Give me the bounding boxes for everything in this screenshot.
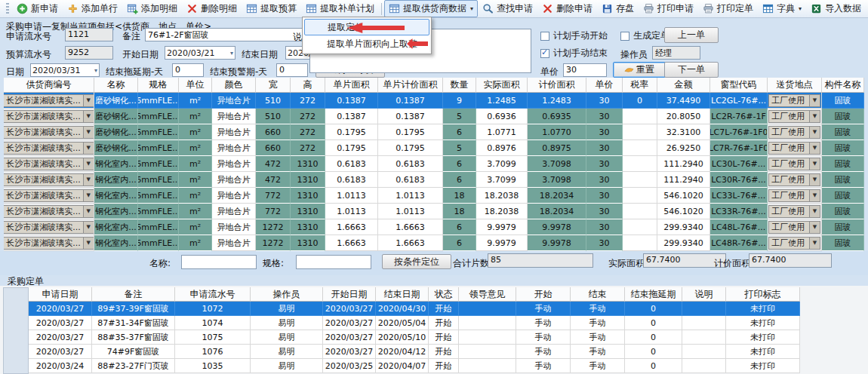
table-row[interactable]: 2020/03/2787#31-34F窗固玻1074易明2020/03/2720… (29, 316, 800, 330)
column-header[interactable]: 单价 (586, 78, 623, 93)
column-header[interactable]: 打印标志 (726, 287, 800, 302)
column-header[interactable]: 单片面积 (325, 78, 378, 93)
column-header[interactable]: 开始日期 (323, 287, 376, 302)
delivery-location-combo[interactable]: 工厂使用▼ (768, 237, 820, 250)
delivery-location-combo[interactable]: 工厂使用▼ (768, 221, 820, 234)
print-order-button[interactable]: 打印定单 (698, 0, 758, 17)
dictionary-button[interactable]: 字典▾ (758, 0, 806, 17)
serial-field[interactable]: 1121 (65, 28, 113, 41)
new-request-button[interactable]: 新申请 (12, 0, 63, 17)
manual-end-checkbox[interactable]: 计划手动结束 (540, 47, 608, 60)
start-date-select[interactable]: 2020/03/21 ▾ (165, 46, 235, 60)
delay-field[interactable]: 0 (172, 63, 204, 77)
delete-detail-button[interactable]: 删除明细 (182, 0, 242, 17)
column-header[interactable]: 规格 (138, 78, 179, 93)
table-row[interactable]: 长沙市潇湘玻璃实...▼磨砂钢化...6mmFLE...m²异地合片660272… (4, 124, 864, 140)
column-header[interactable]: 申请日期 (29, 287, 92, 302)
extract-budget-button[interactable]: 提取预算 (242, 0, 301, 17)
filter-name-input[interactable] (181, 255, 257, 269)
column-header[interactable]: 送货地点 (768, 78, 822, 93)
column-header[interactable]: 说明 (682, 287, 726, 302)
delivery-location-combo[interactable]: 工厂使用▼ (768, 173, 820, 186)
supplier-combo[interactable]: 长沙市潇湘玻璃实...▼ (4, 205, 94, 218)
cell: 5 (443, 140, 476, 156)
locate-by-condition-button[interactable]: 按条件定位 (382, 254, 451, 269)
save-button[interactable]: 存盘 (597, 0, 639, 17)
add-single-row-button[interactable]: 添加单行 (63, 0, 122, 17)
table-row[interactable]: 2020/03/2774#9F窗固玻1076易明2020/03/272020/0… (29, 345, 800, 359)
supplier-combo[interactable]: 长沙市潇湘玻璃实...▼ (4, 237, 94, 250)
extract-supplement-plan-button[interactable]: 提取补单计划 (301, 0, 379, 17)
extract-supplier-data-button[interactable]: 提取供货商数据▾ (384, 0, 478, 17)
reset-button[interactable]: 重置 (613, 62, 666, 78)
column-header[interactable]: 计价面积 (528, 78, 586, 93)
generate-order-checkbox[interactable]: 生成定单 (620, 29, 669, 42)
table-row[interactable]: 长沙市潇湘玻璃实...▼钢化室内...6mmFLE...m²异地合片472131… (4, 156, 864, 172)
next-order-button[interactable]: 下一单 (664, 62, 719, 78)
search-request-button[interactable]: 查找申请 (478, 0, 537, 17)
column-header[interactable]: 窗型代码 (710, 78, 768, 93)
delivery-location-combo[interactable]: 工厂使用▼ (768, 158, 820, 170)
operator-field[interactable]: 经理 (652, 46, 700, 60)
table-row[interactable]: 2020/03/2789#37-39F窗固玻1072易明2020/03/2720… (29, 302, 800, 316)
budget-field[interactable]: 9252 (65, 46, 113, 60)
column-header[interactable]: 名称 (94, 78, 138, 93)
column-header[interactable]: 结束拖延期 (625, 287, 682, 302)
column-header[interactable]: 实际面积 (476, 78, 528, 93)
supplier-combo[interactable]: 长沙市潇湘玻璃实...▼ (4, 221, 94, 234)
column-header[interactable]: 结束 (571, 287, 625, 302)
supplier-combo[interactable]: 长沙市潇湘玻璃实...▼ (4, 158, 94, 170)
supplier-combo[interactable]: 长沙市潇湘玻璃实...▼ (4, 126, 94, 139)
column-header[interactable]: 供货商编号 (4, 78, 94, 93)
unit-price-field[interactable]: 30 (563, 63, 607, 77)
add-detail-button[interactable]: 添加明细 (122, 0, 182, 17)
column-header[interactable]: 申请流水号 (175, 287, 251, 302)
delivery-location-combo[interactable]: 工厂使用▼ (768, 110, 820, 123)
delivery-location-combo[interactable]: 工厂使用▼ (768, 142, 820, 155)
table-row[interactable]: 长沙市潇湘玻璃实...▼钢化室内...6mmFLE...m²异地合片127213… (4, 235, 864, 251)
column-header[interactable]: 数量 (443, 78, 476, 93)
delete-request-button[interactable]: 删除申请 (537, 0, 597, 17)
delivery-location-combo[interactable]: 工厂使用▼ (768, 189, 820, 202)
column-header[interactable]: 操作员 (251, 287, 323, 302)
column-header[interactable]: 备注 (92, 287, 175, 302)
table-row[interactable]: 长沙市潇湘玻璃实...▼磨砂钢化...6mmFLE...m²异地合片660272… (4, 140, 864, 156)
column-header[interactable]: 状态 (429, 287, 459, 302)
print-request-button[interactable]: 打印申请 (639, 0, 698, 17)
column-header[interactable]: 税率 (623, 78, 657, 93)
supplier-combo[interactable]: 长沙市潇湘玻璃实...▼ (4, 173, 94, 186)
table-row[interactable]: 长沙市潇湘玻璃实...▼钢化室内...6mmFLE...m²异地合片772131… (4, 188, 864, 204)
column-header[interactable]: 开始 (516, 287, 571, 302)
date-select[interactable]: 2020/03/31 ▾ (30, 63, 100, 77)
column-header[interactable]: 单位 (179, 78, 212, 93)
table-row[interactable]: 长沙市潇湘玻璃实...▼钢化室内...6mmFLE...m²异地合片472131… (4, 172, 864, 188)
column-header[interactable]: 宽 (256, 78, 291, 93)
table-row[interactable]: 2020/03/2488#23-27F门页玻1035易明2020/03/2520… (29, 359, 800, 373)
column-header[interactable]: 颜色 (212, 78, 256, 93)
supplier-combo[interactable]: 长沙市潇湘玻璃实...▼ (4, 189, 94, 202)
column-header[interactable]: 高 (291, 78, 325, 93)
filter-spec-input[interactable] (296, 255, 371, 269)
column-header[interactable]: 结束日期 (376, 287, 429, 302)
delivery-location-combo[interactable]: 工厂使用▼ (768, 94, 820, 107)
delivery-location-combo[interactable]: 工厂使用▼ (768, 205, 820, 218)
table-row[interactable]: 长沙市潇湘玻璃实...▼钢化室内...6mmFLE...m²异地合片772131… (4, 204, 864, 219)
manual-start-checkbox[interactable]: 计划手动开始 (540, 29, 608, 42)
table-row[interactable]: 长沙市潇湘玻璃实...▼钢化室内...6mmFLE...m²异地合片127213… (4, 219, 864, 235)
delivery-location-combo[interactable]: 工厂使用▼ (768, 126, 820, 139)
table-row[interactable]: 长沙市潇湘玻璃实...▼磨砂钢化...6mmFLE...m²异地合片510272… (4, 109, 864, 124)
warn-field[interactable]: 0 (276, 63, 308, 77)
column-header[interactable]: 构件名称 (822, 78, 864, 93)
table-row[interactable]: 长沙市潇湘玻璃实...▼磨砂钢化...6mmFLE...m²异地合片510272… (4, 93, 864, 109)
supplier-combo[interactable]: 长沙市潇湘玻璃实...▼ (4, 94, 94, 107)
column-header[interactable]: 领导意见 (459, 287, 516, 302)
previous-order-button[interactable]: 上一单 (664, 27, 719, 43)
table-row[interactable]: 2020/03/2788#35-37F窗固玻1075易明2020/03/2720… (29, 330, 800, 345)
import-data-button[interactable]: 导入数据 (806, 0, 866, 17)
supplier-combo[interactable]: 长沙市潇湘玻璃实...▼ (4, 110, 94, 123)
column-header[interactable]: 金额 (657, 78, 710, 93)
supplier-combo[interactable]: 长沙市潇湘玻璃实...▼ (4, 142, 94, 155)
menu-item-extract-pricing[interactable]: 提取定价 (304, 19, 429, 35)
menu-item-extract-area-roundup[interactable]: 提取单片面积向上取整 (304, 35, 429, 52)
column-header[interactable]: 单片计价面积 (378, 78, 443, 93)
